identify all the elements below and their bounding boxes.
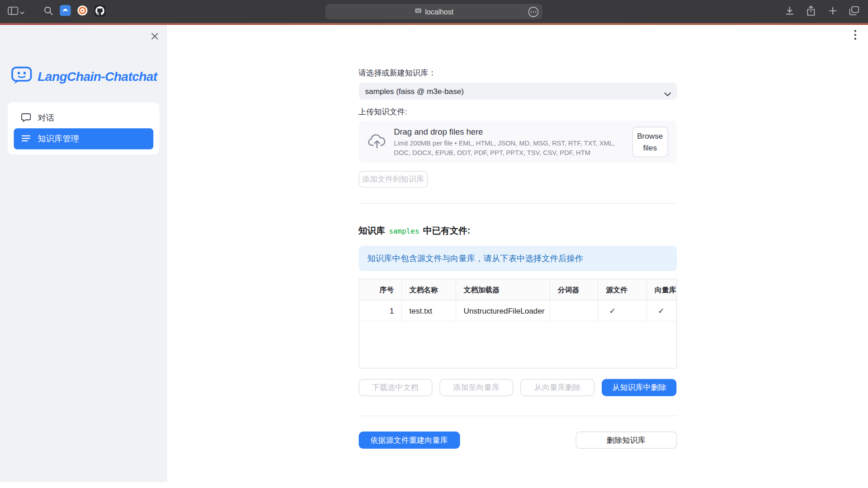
table-empty-area <box>359 321 676 368</box>
column-header[interactable]: 源文件 <box>598 279 647 300</box>
kb-select-value: samples (faiss @ m3e-base) <box>365 87 464 96</box>
delete-from-vectorstore-button[interactable]: 从向量库删除 <box>520 379 594 396</box>
search-button[interactable] <box>42 5 54 19</box>
delete-kb-button[interactable]: 删除知识库 <box>576 432 677 449</box>
browser-toolbar: localhost <box>0 0 868 23</box>
info-banner: 知识库中包含源文件与向量库，请从下表中选择文件后操作 <box>359 246 677 271</box>
table-header-row: 序号 文档名称 文档加载器 分词器 源文件 向量库 <box>359 279 676 300</box>
file-dropzone[interactable]: Drag and drop files here Limit 200MB per… <box>359 121 677 163</box>
sidebar-toggle-icon <box>8 6 18 17</box>
pinned-tab-orange[interactable] <box>76 5 89 19</box>
delete-from-kb-button[interactable]: 从知识库中删除 <box>602 379 677 396</box>
pinned-tab-blue-icon <box>60 5 71 18</box>
column-header[interactable]: 向量库 <box>647 279 676 300</box>
pinned-tab-orange-icon <box>77 5 88 18</box>
column-header[interactable]: 文档名称 <box>401 279 456 300</box>
page-options-button[interactable] <box>528 6 538 19</box>
kb-name-code: samples <box>389 227 419 235</box>
sidebar-close-button[interactable] <box>149 32 160 42</box>
page: LangChain-Chatchat 对话 知识库管理 <box>0 25 868 488</box>
logo-icon <box>11 66 33 87</box>
browse-files-button[interactable]: Browse files <box>632 127 668 157</box>
downloads-button[interactable] <box>783 5 796 19</box>
download-selected-button[interactable]: 下载选中文档 <box>359 379 432 396</box>
app-menu-button[interactable] <box>850 30 860 41</box>
sidebar: LangChain-Chatchat 对话 知识库管理 <box>0 25 167 482</box>
kebab-menu-icon <box>854 30 856 42</box>
dropzone-title: Drag and drop files here <box>394 127 624 136</box>
share-button[interactable] <box>805 5 817 19</box>
cell-splitter[interactable] <box>550 300 599 321</box>
screen: localhost <box>0 0 868 488</box>
search-icon <box>43 6 53 18</box>
column-header[interactable]: 序号 <box>359 279 401 300</box>
file-action-buttons: 下载选中文档 添加至向量库 从向量库删除 从知识库中删除 <box>359 379 677 396</box>
rebuild-vectorstore-button[interactable]: 依据源文件重建向量库 <box>359 432 460 449</box>
chevron-down-icon <box>664 89 671 98</box>
tab-overview-button[interactable] <box>848 5 860 19</box>
share-icon <box>807 5 816 18</box>
table-body: 1 test.txt UnstructuredFileLoader ✓ ✓ <box>359 300 676 368</box>
sidebar-item-label: 对话 <box>38 113 54 123</box>
github-icon <box>94 5 106 19</box>
pinned-tab-github[interactable] <box>94 5 106 19</box>
content-column: 请选择或新建知识库： samples (faiss @ m3e-base) 上传… <box>359 25 677 449</box>
files-table: 序号 文档名称 文档加载器 分词器 源文件 向量库 1 test.txt Uns… <box>359 279 677 368</box>
kb-select[interactable]: samples (faiss @ m3e-base) <box>359 82 677 99</box>
add-files-button[interactable]: 添加文件到知识库 <box>359 171 428 188</box>
sidebar-toggle-button[interactable] <box>8 5 24 19</box>
upload-label: 上传知识文件: <box>359 108 677 117</box>
cell-vector-check[interactable]: ✓ <box>647 300 676 321</box>
site-favicon-icon <box>415 7 422 16</box>
column-header[interactable]: 分词器 <box>550 279 599 300</box>
knowledge-base-icon <box>21 133 31 145</box>
add-to-vectorstore-button[interactable]: 添加至向量库 <box>439 379 513 396</box>
app-logo: LangChain-Chatchat <box>11 66 157 87</box>
tab-overview-icon <box>849 6 859 18</box>
new-tab-button[interactable] <box>826 5 839 19</box>
address-bar[interactable]: localhost <box>326 4 542 19</box>
column-header[interactable]: 文档加载器 <box>456 279 550 300</box>
close-icon <box>151 32 158 42</box>
sidebar-item-kb-management[interactable]: 知识库管理 <box>14 128 154 150</box>
plus-icon <box>828 6 836 17</box>
dropzone-text: Drag and drop files here Limit 200MB per… <box>394 127 624 157</box>
logo-text: LangChain-Chatchat <box>38 69 157 84</box>
kb-action-buttons: 依据源文件重建向量库 删除知识库 <box>359 432 677 449</box>
cell-index[interactable]: 1 <box>359 300 401 321</box>
cell-loader[interactable]: UnstructuredFileLoader <box>456 300 550 321</box>
download-icon <box>785 6 794 18</box>
cell-source-check[interactable]: ✓ <box>598 300 647 321</box>
pinned-tab-blue[interactable] <box>59 5 71 19</box>
kb-files-heading-post: 中已有文件: <box>423 225 470 237</box>
dropzone-limit: Limit 200MB per file • EML, HTML, JSON, … <box>394 139 624 157</box>
cell-doc-name[interactable]: test.txt <box>401 300 456 321</box>
cloud-upload-icon <box>367 133 386 150</box>
sidebar-item-chat[interactable]: 对话 <box>14 108 154 129</box>
kb-files-heading-pre: 知识库 <box>359 225 385 237</box>
divider <box>359 203 677 203</box>
main-area: 请选择或新建知识库： samples (faiss @ m3e-base) 上传… <box>167 25 868 488</box>
table-row[interactable]: 1 test.txt UnstructuredFileLoader ✓ ✓ <box>359 300 676 322</box>
sidebar-item-label: 知识库管理 <box>38 134 79 144</box>
sidebar-menu: 对话 知识库管理 <box>8 103 160 155</box>
address-text: localhost <box>425 8 453 16</box>
kb-select-label: 请选择或新建知识库： <box>359 68 677 78</box>
chat-icon <box>21 112 31 124</box>
chevron-down-icon <box>20 7 24 17</box>
divider <box>359 416 677 416</box>
kb-files-heading: 知识库 samples 中已有文件: <box>359 225 677 237</box>
